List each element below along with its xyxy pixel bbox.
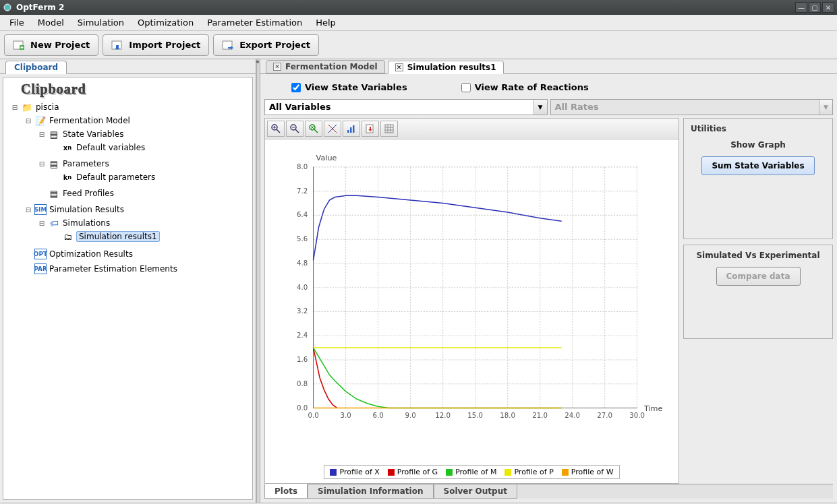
series-icon[interactable] xyxy=(343,121,360,137)
svg-text:15.0: 15.0 xyxy=(467,412,483,419)
menu-parameter-estimation[interactable]: Parameter Estimation xyxy=(200,15,309,30)
close-window-button[interactable]: ✕ xyxy=(822,2,834,13)
chevron-down-icon[interactable]: ▼ xyxy=(533,100,547,115)
new-project-label: New Project xyxy=(30,40,90,50)
clipboard-heading: Clipboard xyxy=(6,82,250,100)
checkbox-input[interactable] xyxy=(461,83,471,92)
project-tree: ⊟ 📁 piscia ⊟ 📝 Fermentation Model xyxy=(6,100,250,278)
svg-text:0.8: 0.8 xyxy=(297,380,308,387)
legend-label: Profile of X xyxy=(339,468,379,476)
menu-file[interactable]: File xyxy=(3,15,31,30)
bottom-tab-solver-output[interactable]: Solver Output xyxy=(434,484,517,499)
export-project-button[interactable]: Export Project xyxy=(213,34,319,56)
tag-icon: 🏷 xyxy=(48,218,60,228)
menu-simulation[interactable]: Simulation xyxy=(71,15,131,30)
compare-data-button: Compare data xyxy=(716,267,801,286)
expand-handle-icon[interactable]: ⊟ xyxy=(38,160,45,168)
view-state-variables-checkbox[interactable]: View State Variables xyxy=(291,82,407,92)
menu-model[interactable]: Model xyxy=(31,15,71,30)
sum-state-variables-button[interactable]: Sum State Variables xyxy=(701,156,814,175)
tree-optimization-results[interactable]: OPT Optimization Results xyxy=(24,248,250,260)
tree-project[interactable]: ⊟ 📁 piscia xyxy=(10,101,250,113)
svg-text:1.6: 1.6 xyxy=(297,356,308,363)
tab-fermentation-model[interactable]: ✕ Fermentation Model xyxy=(266,60,385,73)
close-tab-icon[interactable]: ✕ xyxy=(273,63,281,71)
expand-handle-icon[interactable]: ⊟ xyxy=(38,220,45,227)
chart-toolbar xyxy=(265,119,679,139)
tree-simulations[interactable]: ⊟ 🏷 Simulations xyxy=(37,217,250,229)
tab-simulation-results1[interactable]: ✕ Simulation results1 xyxy=(388,61,504,74)
list-icon: ▤ xyxy=(48,188,60,199)
tree-simulation-results[interactable]: ⊟ SIM Simulation Results xyxy=(24,203,250,216)
tree-label: Fermentation Model xyxy=(49,116,130,125)
tree-state-variables[interactable]: ⊟ ▤ State Variables xyxy=(37,128,250,140)
plot-area[interactable]: 0.03.06.09.012.015.018.021.024.027.030.0… xyxy=(265,139,679,462)
menu-optimization[interactable]: Optimization xyxy=(131,15,200,30)
list-icon: ▤ xyxy=(48,158,60,169)
chart-legend: Profile of XProfile of GProfile of MProf… xyxy=(324,465,619,479)
reset-zoom-icon[interactable] xyxy=(305,121,322,137)
tree-label: Simulations xyxy=(63,218,110,228)
tree-fermentation-model[interactable]: ⊟ 📝 Fermentation Model xyxy=(24,115,250,127)
legend-item: Profile of M xyxy=(446,468,496,476)
maximize-button[interactable]: ▢ xyxy=(809,2,821,13)
svg-text:0.0: 0.0 xyxy=(308,412,318,419)
svg-text:9.0: 9.0 xyxy=(405,412,415,419)
svg-text:Value: Value xyxy=(316,154,337,162)
svg-text:Time: Time xyxy=(643,404,663,413)
checkbox-label: View State Variables xyxy=(305,82,407,92)
tree-parameter-estimation-elements[interactable]: PAR Parameter Estimation Elements xyxy=(24,263,250,275)
tree-label: Parameter Estimation Elements xyxy=(49,264,177,274)
expand-handle-icon[interactable]: ⊟ xyxy=(25,206,32,214)
svg-text:8.0: 8.0 xyxy=(297,163,308,170)
tree-feed-profiles[interactable]: ▤ Feed Profiles xyxy=(37,187,250,199)
legend-label: Profile of P xyxy=(514,468,553,476)
clipboard-tab[interactable]: Clipboard xyxy=(5,61,67,74)
opt-icon: OPT xyxy=(34,249,47,259)
import-project-button[interactable]: Import Project xyxy=(103,34,209,56)
bottom-tab-simulation-information[interactable]: Simulation Information xyxy=(308,484,433,499)
checkbox-input[interactable] xyxy=(291,83,301,92)
splitter[interactable] xyxy=(256,59,260,503)
svg-rect-18 xyxy=(353,125,355,133)
side-tab-row: Clipboard xyxy=(0,59,256,74)
svg-text:21.0: 21.0 xyxy=(532,412,548,419)
svg-rect-17 xyxy=(350,127,352,133)
export-icon[interactable] xyxy=(362,121,379,137)
checkbox-label: View Rate of Reactions xyxy=(475,82,589,92)
crosshair-icon[interactable] xyxy=(324,121,341,137)
close-tab-icon[interactable]: ✕ xyxy=(395,63,403,71)
svg-text:3.2: 3.2 xyxy=(297,307,308,315)
svg-line-13 xyxy=(314,129,318,133)
tree-parameters[interactable]: ⊟ ▤ Parameters xyxy=(37,158,250,170)
view-rate-reactions-checkbox[interactable]: View Rate of Reactions xyxy=(461,82,589,92)
svg-text:7.2: 7.2 xyxy=(297,187,308,195)
combo-row: All Variables ▼ All Rates ▼ xyxy=(264,96,833,118)
legend-item: Profile of G xyxy=(388,468,438,476)
legend-label: Profile of G xyxy=(397,468,438,476)
tree-simulation-results1[interactable]: 🗂 Simulation results1 xyxy=(51,230,250,243)
menu-help[interactable]: Help xyxy=(309,15,343,30)
variables-combo[interactable]: All Variables ▼ xyxy=(264,99,548,115)
folder-icon: 📁 xyxy=(21,102,33,113)
svg-text:24.0: 24.0 xyxy=(565,412,580,419)
expand-handle-icon[interactable]: ⊟ xyxy=(38,131,45,138)
toolbar: New Project Import Project Export Projec… xyxy=(0,31,837,59)
minimize-button[interactable]: — xyxy=(795,2,807,13)
tree-default-parameters[interactable]: kn Default parameters xyxy=(51,171,250,183)
grid-icon[interactable] xyxy=(380,121,398,137)
svg-text:6.0: 6.0 xyxy=(372,412,383,419)
new-project-icon xyxy=(13,39,25,51)
expand-handle-icon[interactable]: ⊟ xyxy=(25,117,32,125)
export-project-label: Export Project xyxy=(239,40,310,50)
tree-default-variables[interactable]: xn Default variables xyxy=(51,141,250,154)
expand-handle-icon[interactable]: ⊟ xyxy=(11,104,18,111)
plot-column: 0.03.06.09.012.015.018.021.024.027.030.0… xyxy=(264,118,679,484)
svg-text:6.4: 6.4 xyxy=(297,211,308,218)
bottom-tab-plots[interactable]: Plots xyxy=(264,484,308,499)
rates-combo: All Rates ▼ xyxy=(550,99,834,115)
new-project-button[interactable]: New Project xyxy=(4,34,98,56)
zoom-out-icon[interactable] xyxy=(286,121,304,137)
svg-line-6 xyxy=(277,129,280,133)
zoom-in-icon[interactable] xyxy=(267,121,285,137)
